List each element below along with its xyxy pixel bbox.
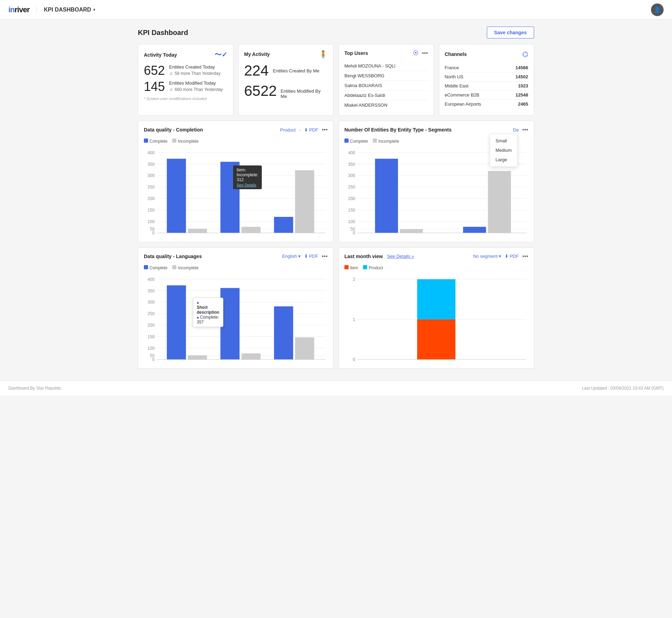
dq-completion-header: Data quality - Completion Product - ⬇ PD…: [144, 127, 328, 133]
my-created-label: Entities Created By Me: [273, 63, 320, 73]
dql-title: Data quality - Languages: [144, 254, 202, 259]
entity-dropdown-menu: Small Medium Large: [490, 134, 518, 167]
dql-bar-l-complete[interactable]: [274, 306, 293, 360]
channels-header: Channels ⌬: [445, 50, 528, 58]
bar-incomplete-2[interactable]: [241, 227, 261, 233]
svg-text:2: 2: [353, 277, 355, 282]
dq-more-button[interactable]: •••: [322, 127, 328, 133]
pdf-icon: ⬇: [304, 127, 308, 133]
last-month-more-button[interactable]: •••: [522, 253, 528, 260]
see-details-link[interactable]: See Details »: [387, 254, 414, 259]
segment-label: No segment: [473, 254, 497, 259]
dql-bar-s-complete[interactable]: [220, 288, 240, 360]
top-user-item: Abdelaaziz Es-Saïdi: [344, 91, 428, 100]
my-modified-number: 6522: [244, 84, 276, 98]
entity-more-button[interactable]: •••: [522, 127, 528, 133]
dql-filter-button[interactable]: English ▾: [282, 254, 301, 259]
dql-bar-p-complete[interactable]: [167, 285, 186, 359]
top-nav: inriver KPI DASHBOARD ▾ 👤: [0, 0, 672, 20]
modified-sub: ☺ 660 more Than Yesterday: [169, 87, 223, 92]
channels-list: France14566North US14502Middle East1023e…: [445, 63, 528, 108]
legend-incomplete-label: Incomplete: [178, 139, 198, 144]
dql-more-button[interactable]: •••: [322, 253, 328, 260]
entity-legend-complete: Complete: [344, 138, 368, 144]
lm-orange-dot: [344, 265, 349, 269]
svg-text:0: 0: [353, 230, 355, 235]
entity-legend-gray: [373, 138, 377, 143]
dql-pdf-button[interactable]: ⬇ PDF: [304, 254, 318, 259]
legend-item-2: Incomplete: [172, 138, 198, 144]
svg-text:350: 350: [348, 162, 355, 167]
svg-text:250: 250: [348, 185, 355, 190]
dq-filter-button[interactable]: Product: [280, 127, 296, 133]
my-modified-label: Entities Modified By Me: [281, 84, 328, 99]
last-month-bar-chart: 2 1 0 24/08: [344, 274, 528, 362]
entity-bar-product-complete[interactable]: [375, 159, 398, 233]
dq-bar-chart: 400 350 300 250 200 150 100 50 0: [144, 147, 328, 235]
svg-text:100: 100: [348, 219, 355, 224]
activity-today-title: Activity Today: [144, 52, 177, 58]
my-modified-row: 6522 Entities Modified By Me: [244, 84, 328, 100]
dql-controls: English ▾ ⬇ PDF •••: [282, 253, 328, 260]
chart-row-2: Data quality - Languages English ▾ ⬇ PDF…: [138, 247, 534, 369]
dropdown-large[interactable]: Large: [490, 155, 517, 164]
svg-text:300: 300: [148, 173, 155, 178]
dashboard-title-nav[interactable]: KPI DASHBOARD ▾: [36, 7, 95, 13]
last-month-pdf-button[interactable]: ⬇ PDF: [505, 254, 519, 259]
chart-row-1: Data quality - Completion Product - ⬇ PD…: [138, 121, 534, 242]
lm-bar-product[interactable]: [417, 279, 455, 319]
entity-bar-item-incomplete[interactable]: [488, 171, 511, 233]
entity-filter-button[interactable]: De: [513, 127, 519, 133]
dql-legend-incomplete: Incomplete: [172, 265, 198, 270]
channel-row: France14566: [445, 63, 528, 72]
dql-bar-s-incomplete[interactable]: [241, 353, 261, 360]
entity-bar-item-complete[interactable]: [463, 227, 486, 233]
segment-select-button[interactable]: No segment ▾: [473, 254, 501, 259]
bar-incomplete-3[interactable]: [295, 170, 314, 233]
my-modified-stat: 6522 Entities Modified By Me: [244, 84, 328, 100]
last-month-pdf-icon: ⬇: [505, 254, 509, 259]
last-month-legend: Item Product: [344, 265, 528, 270]
top-users-more-button[interactable]: •••: [422, 50, 428, 56]
dql-bar-p-incomplete[interactable]: [188, 355, 207, 360]
bar-complete-2[interactable]: [220, 162, 240, 233]
nav-left: inriver KPI DASHBOARD ▾: [8, 5, 95, 14]
dropdown-small[interactable]: Small: [490, 136, 517, 145]
modified-number: 145: [144, 80, 165, 93]
dql-bar-l-incomplete[interactable]: [295, 337, 314, 359]
dql-filter-label: English: [282, 254, 297, 259]
last-month-header: Last month view See Details » No segment…: [344, 253, 528, 260]
dql-header: Data quality - Languages English ▾ ⬇ PDF…: [144, 253, 328, 260]
avatar[interactable]: 👤: [651, 3, 664, 16]
bar-complete-1[interactable]: [167, 159, 186, 233]
main-content: KPI Dashboard Save changes Activity Toda…: [130, 20, 542, 381]
my-created-stat: 224 Entities Created By Me: [244, 63, 328, 78]
my-created-number: 224: [244, 63, 269, 78]
svg-text:100: 100: [148, 219, 155, 224]
entity-incomplete-label: Incomplete: [378, 139, 399, 144]
dq-pdf-button[interactable]: ⬇ PDF: [304, 127, 318, 133]
entity-type-card: Number Of Entities By Entity Type - Segm…: [338, 121, 534, 242]
dql-legend-complete: Complete: [144, 265, 167, 270]
svg-text:200: 200: [348, 196, 355, 201]
channel-count: 12548: [516, 92, 528, 98]
lm-legend-product: Product: [363, 265, 383, 270]
entity-legend-incomplete: Incomplete: [373, 138, 399, 144]
created-number: 652: [144, 64, 165, 77]
entity-type-title: Number Of Entities By Entity Type - Segm…: [344, 127, 451, 133]
bar-complete-3[interactable]: [274, 217, 293, 233]
save-changes-button[interactable]: Save changes: [487, 27, 534, 38]
dropdown-medium[interactable]: Medium: [490, 145, 517, 155]
top-users-header: Top Users ⦿ •••: [344, 50, 428, 56]
smiley-icon-2: ☺: [169, 87, 173, 92]
bar-incomplete-1[interactable]: [188, 229, 207, 233]
users-icon: ⦿: [413, 50, 419, 56]
pdf-label: PDF: [309, 127, 318, 133]
lm-bar-item[interactable]: [417, 319, 455, 360]
top-users-list: Mehdi MOZOUNA - SQLIBengt WESSBORGSalma …: [344, 61, 428, 110]
channel-row: eCommerce B2B12548: [445, 91, 528, 100]
dql-pdf-label: PDF: [309, 254, 318, 259]
svg-text:200: 200: [148, 196, 155, 201]
entity-bar-product-incomplete[interactable]: [400, 229, 423, 233]
legend-blue-dot: [144, 138, 148, 143]
